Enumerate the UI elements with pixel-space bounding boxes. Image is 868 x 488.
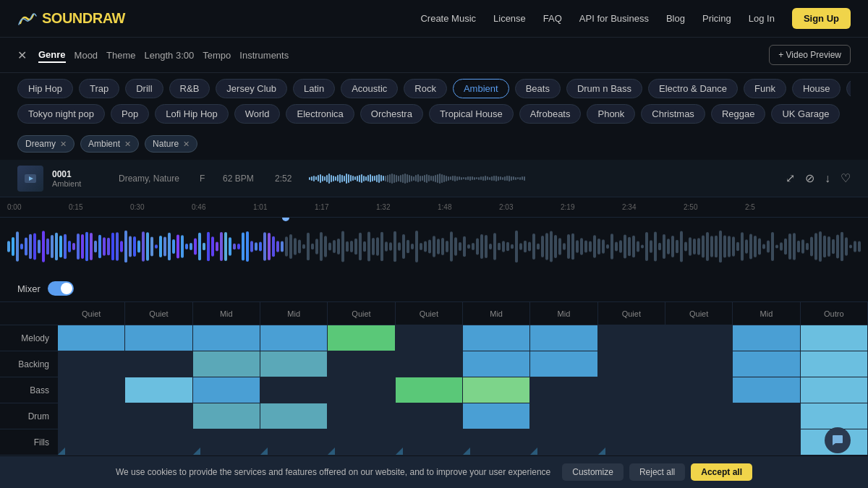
- genre-jersey-club[interactable]: Jersey Club: [216, 79, 287, 98]
- tag-ambient[interactable]: Ambient ✕: [80, 135, 139, 153]
- genre-lofi-hip-hop[interactable]: Lofi Hip Hop: [155, 104, 229, 124]
- mixer-cell-3-2[interactable]: [193, 403, 260, 429]
- mixer-cell-0-1[interactable]: [125, 325, 192, 351]
- mixer-cell-1-3[interactable]: [260, 351, 328, 377]
- logo[interactable]: SOUNDRAW: [17, 9, 125, 29]
- block-button[interactable]: ⊘: [805, 171, 814, 185]
- genre-hip-hop[interactable]: Hip Hop: [17, 79, 73, 98]
- mixer-cell-3-0[interactable]: [58, 403, 125, 429]
- mixer-cell-0-8[interactable]: [598, 325, 665, 351]
- genre-christmas[interactable]: Christmas: [641, 104, 705, 124]
- signup-button[interactable]: Sign Up: [792, 8, 851, 29]
- genre-rb[interactable]: R&B: [169, 79, 210, 98]
- genre-funk[interactable]: Funk: [744, 79, 786, 98]
- genre-trap[interactable]: Trap: [79, 79, 119, 98]
- genre-rock[interactable]: Rock: [404, 79, 447, 98]
- mixer-cell-3-4[interactable]: [328, 403, 395, 429]
- nav-license[interactable]: License: [493, 13, 526, 24]
- mixer-cell-4-5[interactable]: [396, 429, 463, 455]
- mixer-cell-1-9[interactable]: [665, 351, 733, 377]
- mixer-cell-1-4[interactable]: [328, 351, 395, 377]
- download-button[interactable]: ↓: [825, 172, 830, 185]
- mixer-cell-4-6[interactable]: [463, 429, 530, 455]
- video-preview-button[interactable]: + Video Preview: [769, 45, 851, 65]
- mixer-cell-0-6[interactable]: [463, 325, 530, 351]
- mixer-cell-2-4[interactable]: [328, 377, 395, 403]
- tag-dreamy-remove[interactable]: ✕: [60, 140, 67, 149]
- mixer-cell-3-6[interactable]: [463, 403, 530, 429]
- mixer-cell-1-10[interactable]: [733, 351, 800, 377]
- favorite-button[interactable]: ♡: [841, 171, 851, 185]
- mixer-cell-0-7[interactable]: [530, 325, 597, 351]
- waveform-display[interactable]: [0, 218, 868, 275]
- nav-create-music[interactable]: Create Music: [420, 13, 476, 24]
- mixer-cell-2-0[interactable]: [58, 377, 125, 403]
- genre-beats[interactable]: Beats: [515, 79, 561, 98]
- genre-orchestra[interactable]: Orchestra: [360, 104, 423, 124]
- mixer-cell-4-7[interactable]: [530, 429, 597, 455]
- mixer-cell-3-7[interactable]: [530, 403, 597, 429]
- mixer-cell-3-1[interactable]: [125, 403, 192, 429]
- mixer-cell-3-9[interactable]: [665, 403, 733, 429]
- mixer-cell-2-6[interactable]: [463, 377, 530, 403]
- filter-theme[interactable]: Theme: [106, 48, 135, 63]
- mixer-cell-1-8[interactable]: [598, 351, 665, 377]
- mixer-cell-3-5[interactable]: [396, 403, 463, 429]
- mixer-cell-1-2[interactable]: [193, 351, 260, 377]
- mixer-cell-2-2[interactable]: [193, 377, 260, 403]
- mixer-cell-4-10[interactable]: [733, 429, 800, 455]
- genre-electro-dance[interactable]: Electro & Dance: [648, 79, 738, 98]
- tag-ambient-remove[interactable]: ✕: [124, 140, 131, 149]
- reject-button[interactable]: Reject all: [629, 463, 685, 481]
- mixer-cell-0-0[interactable]: [58, 325, 125, 351]
- mixer-cell-2-9[interactable]: [665, 377, 733, 403]
- nav-blog[interactable]: Blog: [666, 13, 685, 24]
- tag-nature[interactable]: Nature ✕: [145, 135, 197, 153]
- mixer-cell-4-0[interactable]: [58, 429, 125, 455]
- mixer-cell-2-1[interactable]: [125, 377, 192, 403]
- genre-techno-trance[interactable]: Techno & Trance: [846, 79, 851, 98]
- mixer-cell-3-8[interactable]: [598, 403, 665, 429]
- share-button[interactable]: ⤢: [786, 171, 795, 185]
- close-button[interactable]: ✕: [17, 48, 27, 62]
- chat-bubble[interactable]: [825, 427, 851, 453]
- tag-dreamy[interactable]: Dreamy ✕: [17, 135, 75, 153]
- mixer-cell-2-8[interactable]: [598, 377, 665, 403]
- genre-drum-n-bass[interactable]: Drum n Bass: [566, 79, 642, 98]
- filter-length[interactable]: Length 3:00: [145, 48, 195, 63]
- filter-instruments[interactable]: Instruments: [239, 48, 289, 63]
- genre-uk-garage[interactable]: UK Garage: [771, 104, 840, 124]
- mixer-cell-1-0[interactable]: [58, 351, 125, 377]
- mixer-cell-4-1[interactable]: [125, 429, 192, 455]
- genre-reggae[interactable]: Reggae: [711, 104, 766, 124]
- mixer-cell-0-4[interactable]: [328, 325, 395, 351]
- mixer-cell-3-11[interactable]: [801, 403, 868, 429]
- mixer-cell-2-5[interactable]: [396, 377, 463, 403]
- mixer-cell-0-11[interactable]: [801, 325, 868, 351]
- customize-button[interactable]: Customize: [562, 463, 624, 481]
- nav-faq[interactable]: FAQ: [543, 13, 562, 24]
- genre-phonk[interactable]: Phonk: [587, 104, 635, 124]
- track-row[interactable]: 0001 Ambient Dreamy, Nature F 62 BPM 2:5…: [0, 160, 868, 197]
- mixer-toggle[interactable]: [48, 281, 74, 296]
- mixer-cell-2-7[interactable]: [530, 377, 597, 403]
- mixer-cell-0-9[interactable]: [665, 325, 733, 351]
- genre-pop[interactable]: Pop: [111, 104, 149, 124]
- mixer-cell-1-1[interactable]: [125, 351, 192, 377]
- mixer-cell-1-11[interactable]: [801, 351, 868, 377]
- filter-genre[interactable]: Genre: [38, 48, 66, 63]
- filter-mood[interactable]: Mood: [75, 48, 98, 63]
- mixer-cell-4-8[interactable]: [598, 429, 665, 455]
- mixer-cell-1-5[interactable]: [396, 351, 463, 377]
- genre-tokyo-night-pop[interactable]: Tokyo night pop: [17, 104, 105, 124]
- login-button[interactable]: Log In: [749, 13, 775, 24]
- genre-afrobeats[interactable]: Afrobeats: [519, 104, 582, 124]
- genre-acoustic[interactable]: Acoustic: [341, 79, 398, 98]
- mixer-cell-0-2[interactable]: [193, 325, 260, 351]
- tag-nature-remove[interactable]: ✕: [183, 140, 190, 149]
- mixer-cell-2-11[interactable]: [801, 377, 868, 403]
- mixer-cell-0-10[interactable]: [733, 325, 800, 351]
- genre-drill[interactable]: Drill: [125, 79, 163, 98]
- mixer-cell-1-7[interactable]: [530, 351, 597, 377]
- genre-electronica[interactable]: Electronica: [286, 104, 354, 124]
